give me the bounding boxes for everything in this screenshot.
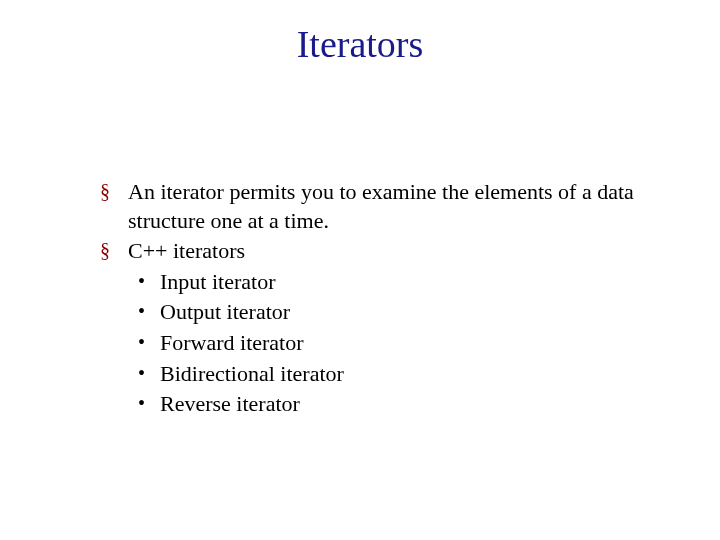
- sub-bullet-item: Reverse iterator: [100, 390, 640, 419]
- sub-bullet-item: Forward iterator: [100, 329, 640, 358]
- bullet-item: An iterator permits you to examine the e…: [100, 178, 640, 235]
- slide-body: An iterator permits you to examine the e…: [100, 178, 640, 421]
- sub-bullet-item: Input iterator: [100, 268, 640, 297]
- bullet-item: C++ iterators: [100, 237, 640, 266]
- slide-title: Iterators: [0, 22, 720, 66]
- sub-bullet-item: Output iterator: [100, 298, 640, 327]
- sub-bullet-item: Bidirectional iterator: [100, 360, 640, 389]
- slide: Iterators An iterator permits you to exa…: [0, 0, 720, 540]
